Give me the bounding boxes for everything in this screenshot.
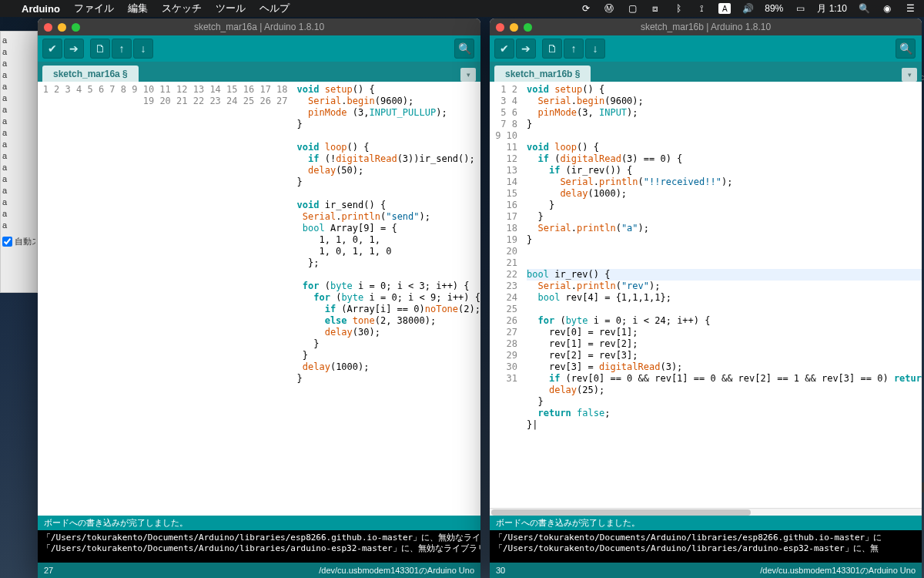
console-a[interactable]: 「/Users/tokurakento/Documents/Arduino/li… — [38, 530, 480, 563]
footer-b: 30 /dev/cu.usbmodem143301のArduino Uno — [490, 563, 922, 578]
line-number-a: 27 — [44, 566, 53, 575]
code-editor-a[interactable]: 1 2 3 4 5 6 7 8 9 10 11 12 13 14 15 16 1… — [38, 82, 480, 516]
new-button[interactable]: 🗋 — [542, 39, 562, 59]
new-button[interactable]: 🗋 — [90, 39, 110, 59]
volume-icon[interactable]: 🔊 — [742, 3, 754, 14]
tab-menu-icon[interactable]: ▾ — [460, 68, 476, 82]
tab-b[interactable]: sketch_mar16b § — [494, 66, 591, 82]
zoom-icon[interactable] — [524, 23, 532, 32]
line-number-b: 30 — [496, 566, 505, 575]
verify-button[interactable]: ✔ — [42, 39, 62, 59]
status-bar-a: ボードへの書き込みが完了しました。 — [38, 516, 480, 530]
upload-button[interactable]: ➔ — [516, 39, 536, 59]
open-button[interactable]: ↑ — [564, 39, 584, 59]
toolbar-b: ✔ ➔ 🗋 ↑ ↓ 🔍 — [490, 35, 922, 62]
menu-sketch[interactable]: スケッチ — [162, 2, 202, 15]
wifi-icon[interactable]: ⟟ — [695, 3, 708, 14]
tabbar-b: sketch_mar16b § ▾ — [490, 62, 922, 82]
ime-icon[interactable]: A — [718, 3, 731, 14]
console-b[interactable]: 「/Users/tokurakento/Documents/Arduino/li… — [490, 530, 922, 563]
window-title-a: sketch_mar16a | Arduino 1.8.10 — [194, 22, 324, 32]
close-icon[interactable] — [44, 23, 52, 32]
side-panel: aaaaaaaaaaaaaaaaa 自動ス — [0, 31, 38, 293]
status-icon[interactable]: ⟳ — [580, 3, 592, 14]
window-title-b: sketch_mar16b | Arduino 1.8.10 — [641, 22, 771, 32]
menu-help[interactable]: ヘルプ — [259, 2, 290, 15]
minimize-icon[interactable] — [58, 23, 66, 32]
minimize-icon[interactable] — [510, 23, 518, 32]
spotlight-icon[interactable]: 🔍 — [858, 3, 870, 14]
upload-button[interactable]: ➔ — [64, 39, 84, 59]
footer-a: 27 /dev/cu.usbmodem143301のArduino Uno — [38, 563, 480, 578]
board-port-a: /dev/cu.usbmodem143301のArduino Uno — [319, 565, 474, 576]
save-button[interactable]: ↓ — [585, 39, 605, 59]
arduino-window-b: sketch_mar16b | Arduino 1.8.10 ✔ ➔ 🗋 ↑ ↓… — [490, 18, 922, 578]
titlebar-a[interactable]: sketch_mar16a | Arduino 1.8.10 — [38, 18, 480, 35]
serial-monitor-button[interactable]: 🔍 — [454, 39, 474, 59]
titlebar-b[interactable]: sketch_mar16b | Arduino 1.8.10 — [490, 18, 922, 35]
auto-checkbox[interactable] — [2, 237, 12, 247]
code-editor-b[interactable]: 1 2 3 4 5 6 7 8 9 10 11 12 13 14 15 16 1… — [490, 82, 922, 516]
clock[interactable]: 月 1:10 — [817, 2, 847, 15]
battery-icon[interactable]: ▭ — [794, 3, 806, 14]
arduino-window-a: sketch_mar16a | Arduino 1.8.10 ✔ ➔ 🗋 ↑ ↓… — [38, 18, 480, 578]
horizontal-scrollbar[interactable] — [490, 508, 922, 516]
serial-monitor-button[interactable]: 🔍 — [896, 39, 916, 59]
tabbar-a: sketch_mar16a § ▾ — [38, 62, 480, 82]
dropbox-icon[interactable]: ⧈ — [649, 3, 661, 14]
tab-menu-icon[interactable]: ▾ — [902, 68, 917, 82]
save-button[interactable]: ↓ — [133, 39, 153, 59]
tab-a[interactable]: sketch_mar16a § — [42, 66, 139, 82]
menu-edit[interactable]: 編集 — [128, 2, 148, 15]
auto-label: 自動ス — [15, 236, 35, 247]
board-port-b: /dev/cu.usbmodem143301のArduino Uno — [760, 565, 916, 576]
verify-button[interactable]: ✔ — [494, 39, 514, 59]
malware-icon[interactable]: Ⓜ — [603, 3, 615, 14]
battery-percent[interactable]: 89% — [765, 3, 783, 14]
bluetooth-icon[interactable]: ᛒ — [672, 3, 685, 14]
status-bar-b: ボードへの書き込みが完了しました。 — [490, 516, 922, 530]
airplay-icon[interactable]: ▢ — [626, 3, 638, 14]
app-name[interactable]: Arduino — [22, 3, 60, 15]
zoom-icon[interactable] — [72, 23, 80, 32]
menu-file[interactable]: ファイル — [74, 2, 114, 15]
menu-tools[interactable]: ツール — [216, 2, 246, 15]
notification-icon[interactable]: ☰ — [904, 3, 916, 14]
close-icon[interactable] — [496, 23, 504, 32]
macos-menubar: Arduino ファイル 編集 スケッチ ツール ヘルプ ⟳ Ⓜ ▢ ⧈ ᛒ ⟟… — [0, 0, 924, 17]
toolbar-a: ✔ ➔ 🗋 ↑ ↓ 🔍 — [38, 35, 480, 62]
siri-icon[interactable]: ◉ — [881, 3, 893, 14]
open-button[interactable]: ↑ — [112, 39, 132, 59]
